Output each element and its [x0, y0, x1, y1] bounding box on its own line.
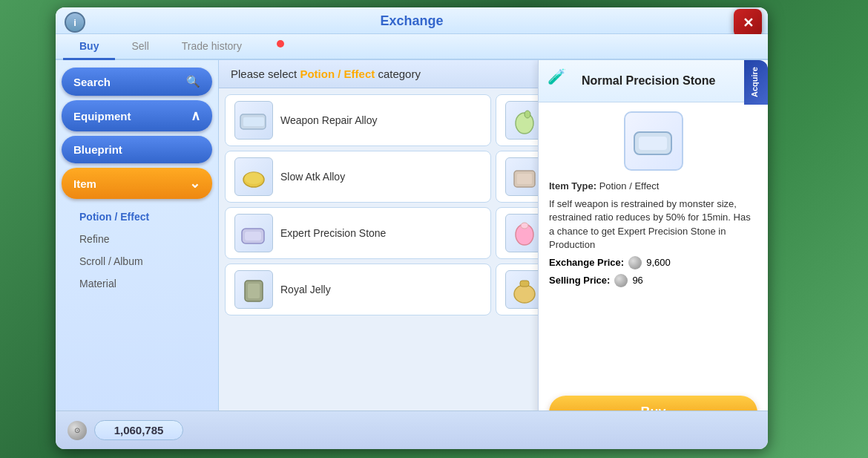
tab-trade-history[interactable]: Trade history: [165, 34, 258, 60]
item-submenu: Potion / Effect Refine Scroll / Album Ma…: [62, 203, 212, 297]
detail-header-icon: 🧪: [548, 68, 574, 94]
item-icon: [234, 101, 273, 140]
filter-highlight: Potion / Effect: [300, 68, 375, 80]
list-item[interactable]: Weapon Repair Alloy: [225, 94, 491, 146]
tab-sell[interactable]: Sell: [115, 34, 165, 60]
bottom-bar: ⊙ 1,060,785: [56, 410, 768, 449]
currency-icon: ⊙: [68, 421, 87, 440]
coin-icon: [614, 274, 628, 287]
equipment-label: Equipment: [73, 110, 131, 122]
item-chevron-icon: ⌄: [189, 175, 200, 192]
svg-rect-15: [520, 281, 529, 287]
filter-suffix: category: [375, 68, 421, 80]
sidebar-item-scroll-album[interactable]: Scroll / Album: [73, 251, 212, 272]
item-type-value: Potion / Effect: [599, 180, 660, 192]
item-name: Weapon Repair Alloy: [280, 114, 377, 126]
balance-display: 1,060,785: [94, 420, 183, 440]
item-icon: [234, 157, 273, 196]
notification-dot: [277, 40, 284, 48]
item-button[interactable]: Item ⌄: [62, 168, 212, 199]
list-item[interactable]: Expert Precision Stone: [225, 207, 491, 259]
detail-info: Item Type: Potion / Effect If self weapo…: [539, 180, 768, 390]
item-name: Slow Atk Alloy: [280, 171, 345, 183]
detail-header: 🧪 Normal Precision Stone Acquire: [539, 60, 768, 102]
title-bar: i Exchange ✕: [56, 7, 768, 34]
detail-image-area: [539, 102, 768, 180]
svg-rect-1: [243, 117, 264, 126]
sidebar-item-potion-effect[interactable]: Potion / Effect: [73, 206, 212, 227]
svg-rect-17: [639, 137, 667, 150]
sidebar-item-refine[interactable]: Refine: [73, 229, 212, 249]
svg-rect-7: [517, 174, 532, 184]
blueprint-label: Blueprint: [73, 143, 122, 156]
equipment-button[interactable]: Equipment ∧: [62, 100, 212, 131]
search-button[interactable]: Search 🔍: [62, 68, 212, 96]
item-type-label: Item Type:: [549, 180, 596, 192]
close-button[interactable]: ✕: [734, 9, 762, 37]
item-icon: [234, 214, 273, 252]
sidebar-item-material[interactable]: Material: [73, 273, 212, 294]
svg-point-3: [525, 111, 530, 118]
search-label: Search: [73, 76, 111, 88]
tabs: Buy Sell Trade history: [56, 34, 768, 60]
detail-item-name: Normal Precision Stone: [582, 74, 716, 88]
detail-image: [624, 111, 683, 171]
svg-point-14: [514, 285, 535, 303]
body: Search 🔍 Equipment ∧ Blueprint Item ⌄ Po…: [56, 60, 768, 435]
description-field: If self weapon is restrained by monster …: [549, 197, 757, 252]
description-text: If self weapon is restrained by monster …: [549, 198, 751, 250]
exchange-price-value: 9,600: [646, 257, 671, 268]
acquire-tag[interactable]: Acquire: [744, 60, 768, 105]
list-item[interactable]: Royal Jelly: [225, 264, 491, 315]
exchange-price-label: Exchange Price:: [549, 257, 624, 268]
detail-panel: 🧪 Normal Precision Stone Acquire Item Ty…: [538, 60, 768, 435]
list-item[interactable]: Slow Atk Alloy: [225, 151, 491, 203]
item-name: Expert Precision Stone: [280, 227, 386, 239]
equipment-chevron-icon: ∧: [191, 108, 200, 124]
blueprint-button[interactable]: Blueprint: [62, 136, 212, 163]
filter-prefix: Please select: [231, 68, 300, 80]
item-label: Item: [73, 177, 96, 190]
main-content: Please select Potion / Effect category W…: [219, 60, 768, 435]
exchange-price-row: Exchange Price: 9,600: [549, 256, 757, 269]
tab-buy[interactable]: Buy: [63, 34, 115, 60]
info-button[interactable]: i: [65, 12, 85, 33]
item-icon: [234, 270, 273, 309]
item-type-field: Item Type: Potion / Effect: [549, 180, 757, 193]
svg-point-11: [521, 223, 528, 229]
selling-price-label: Selling Price:: [549, 275, 610, 286]
svg-rect-13: [248, 284, 260, 298]
svg-point-5: [245, 172, 263, 184]
coin-icon: [628, 256, 642, 269]
sidebar: Search 🔍 Equipment ∧ Blueprint Item ⌄ Po…: [56, 60, 219, 435]
item-name: Royal Jelly: [280, 284, 331, 295]
selling-price-value: 96: [632, 275, 642, 286]
window-title: Exchange: [380, 13, 443, 28]
selling-price-row: Selling Price: 96: [549, 274, 757, 287]
exchange-window: i Exchange ✕ Buy Sell Trade history Sear…: [56, 7, 768, 449]
svg-rect-9: [245, 232, 261, 241]
search-icon: 🔍: [186, 75, 200, 88]
